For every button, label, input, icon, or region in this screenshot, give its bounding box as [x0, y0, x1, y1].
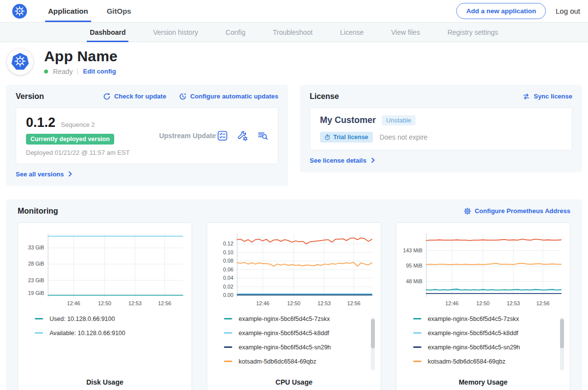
divider: [77, 68, 78, 75]
series-line-unlabeled: [426, 239, 561, 241]
top-tab-application-label: Application: [48, 7, 88, 15]
app-kubernetes-icon: [7, 49, 33, 75]
chevron-right-icon: [67, 171, 73, 177]
legend-scrollbar-thumb[interactable]: [371, 319, 375, 348]
y-tick-label: 19 GiB: [28, 290, 44, 295]
see-license-details-link[interactable]: See license details: [310, 157, 376, 164]
configure-prometheus-link[interactable]: Configure Prometheus Address: [464, 207, 570, 215]
logout-link[interactable]: Log out: [556, 7, 580, 15]
chevron-right-icon: [370, 157, 376, 163]
legend-item: example-nginx-5bc6f5d4c5-7zskx: [413, 316, 565, 322]
tab-version-history[interactable]: Version history: [153, 23, 198, 42]
legend-item: Available: 10.128.0.66:9100: [35, 330, 187, 337]
license-card-title: License: [310, 92, 339, 101]
legend-scrollbar: [371, 317, 375, 370]
legend-label: Available: 10.128.0.66:9100: [49, 330, 125, 337]
ready-status-dot: [44, 70, 48, 73]
version-card-header: Version Check for update Configure au: [16, 92, 278, 101]
series-line-example-nginx-5bc6f5d4c5-7zskx: [426, 289, 561, 290]
y-tick-label: 33 GiB: [28, 244, 44, 250]
channel-badge: Unstable: [382, 115, 416, 125]
x-tick-label: 12:50: [287, 300, 300, 306]
legend-item: example-nginx-5bc6f5d4c5-k8ddf: [413, 330, 565, 337]
chart-card-memory-usage: 12:4612:5012:5312:56143 MiB95 MiB48 MiBe…: [396, 222, 570, 390]
cards-row: Version Check for update Configure au: [0, 85, 588, 186]
legend-label: kotsadm-5db6dc6584-69qbz: [428, 358, 505, 365]
top-nav: Application GitOps Add a new application…: [0, 0, 588, 23]
x-tick-label: 12:56: [158, 300, 171, 306]
tab-version-history-label: Version history: [153, 28, 198, 36]
y-tick-label: 0.06: [223, 266, 233, 272]
app-header: App Name Ready Edit config: [0, 42, 588, 85]
legend-label: example-nginx-5bc6f5d4c5-7zskx: [239, 316, 330, 322]
add-new-application-button[interactable]: Add a new application: [456, 3, 546, 19]
chart-plot: 12:4612:5012:5312:5633 GiB28 GiB23 GiB19…: [23, 229, 187, 311]
version-card-links: Check for update Configure automatic upd…: [103, 93, 278, 100]
check-for-update-link[interactable]: Check for update: [103, 93, 166, 100]
preflight-checks-icon[interactable]: [217, 130, 228, 141]
kubernetes-logo: [12, 0, 27, 22]
tab-troubleshoot[interactable]: Troubleshoot: [273, 23, 313, 42]
version-action-icons: [217, 130, 268, 141]
app-sub-nav: Dashboard Version history Config Trouble…: [0, 23, 588, 42]
x-tick-label: 12:46: [256, 300, 270, 306]
legend-swatch: [413, 332, 421, 334]
series-line-unlabeled: [237, 238, 372, 244]
license-card-header: License Sync license: [310, 92, 572, 101]
legend-swatch: [413, 346, 421, 348]
y-tick-label: 0.10: [223, 249, 233, 255]
legend-item: example-nginx-5bc6f5d4c5-sn29h: [413, 344, 565, 351]
tab-registry-settings-label: Registry settings: [447, 28, 498, 36]
tab-view-files-label: View files: [391, 28, 420, 36]
view-config-wrench-icon[interactable]: [237, 130, 248, 141]
y-tick-label: 28 GiB: [28, 261, 44, 267]
x-tick-label: 12:53: [507, 300, 520, 306]
tab-config[interactable]: Config: [225, 23, 245, 42]
deployed-timestamp: Deployed 01/21/22 @ 11:57 am EST: [26, 149, 130, 156]
tab-registry-settings[interactable]: Registry settings: [447, 23, 498, 42]
page-title: App Name: [44, 49, 118, 64]
see-license-details-label: See license details: [310, 157, 367, 164]
chart-title: CPU Usage: [212, 373, 376, 386]
top-tab-gitops-label: GitOps: [107, 7, 131, 15]
legend-item: example-nginx-5bc6f5d4c5-k8ddf: [224, 330, 376, 337]
legend-label: Used: 10.128.0.66:9100: [49, 316, 115, 322]
legend-label: example-nginx-5bc6f5d4c5-k8ddf: [428, 330, 518, 337]
top-tab-application[interactable]: Application: [42, 0, 94, 22]
license-type-row: Trial license Does not expire: [320, 132, 562, 143]
tab-view-files[interactable]: View files: [391, 23, 420, 42]
version-card: Version Check for update Configure au: [6, 85, 288, 186]
top-tab-gitops[interactable]: GitOps: [101, 0, 137, 22]
chart-card-cpu-usage: 12:4612:5012:5312:560.120.100.080.060.04…: [207, 222, 381, 390]
y-tick-label: 0.00: [223, 292, 233, 298]
legend-swatch: [413, 318, 421, 319]
y-tick-label: 0.08: [223, 258, 233, 264]
license-card: License Sync license My Customer Unstabl…: [300, 85, 582, 172]
app-header-text: App Name Ready Edit config: [44, 49, 118, 75]
x-tick-label: 12:46: [67, 300, 80, 306]
check-for-update-label: Check for update: [114, 93, 166, 100]
current-version-row: 0.1.2 Sequence 2 Currently deployed vers…: [16, 107, 278, 164]
legend-swatch: [35, 318, 43, 319]
sync-license-link[interactable]: Sync license: [522, 93, 572, 100]
configure-automatic-updates-link[interactable]: Configure automatic updates: [179, 93, 278, 100]
tab-dashboard[interactable]: Dashboard: [90, 23, 125, 42]
edit-config-link[interactable]: Edit config: [83, 68, 116, 75]
tab-license[interactable]: License: [340, 23, 364, 42]
tab-license-label: License: [340, 28, 364, 36]
legend-item: kotsadm-5db6dc6584-69qbz: [413, 358, 565, 365]
deploy-logs-search-icon[interactable]: [257, 130, 268, 141]
y-tick-label: 143 MiB: [403, 247, 423, 253]
x-tick-label: 12:53: [318, 300, 331, 306]
trial-license-badge: Trial license: [320, 132, 373, 143]
chart-title: Disk Usage: [23, 373, 187, 386]
see-all-versions-link[interactable]: See all versions: [16, 171, 73, 178]
chart-plot: 12:4612:5012:5312:560.120.100.080.060.04…: [212, 229, 376, 311]
legend-scrollbar-thumb[interactable]: [560, 319, 564, 348]
trial-license-label: Trial license: [333, 134, 368, 141]
kubernetes-heptagon-icon: [11, 52, 29, 71]
legend-item: Used: 10.128.0.66:9100: [35, 316, 187, 322]
legend-label: example-nginx-5bc6f5d4c5-sn29h: [239, 344, 331, 351]
gear-icon: [464, 207, 471, 215]
sync-license-label: Sync license: [534, 93, 572, 100]
